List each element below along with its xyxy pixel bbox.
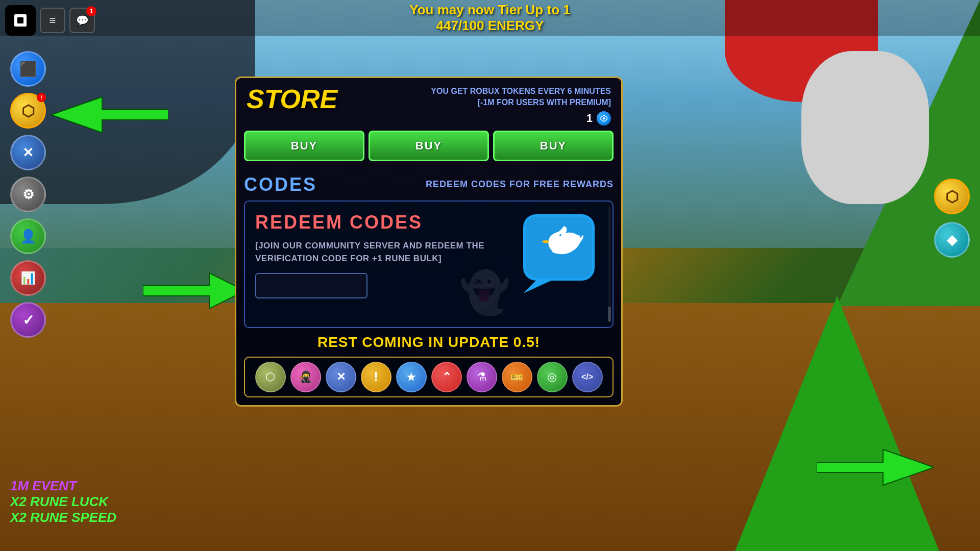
- buy-button-1[interactable]: BUY: [244, 131, 364, 161]
- sidebar-icon-x-mark[interactable]: ✕: [10, 135, 46, 170]
- bottom-icon-ticket[interactable]: 🎫: [502, 362, 532, 392]
- bottom-left-event-text: 1M EVENT X2 RUNE LUCK X2 RUNE SPEED: [10, 478, 116, 525]
- svg-marker-3: [51, 97, 168, 133]
- white-shape: [801, 51, 929, 204]
- tier-up-text: You may now Tier Up to 1: [409, 2, 570, 18]
- arrow-left: [51, 94, 168, 137]
- svg-marker-5: [817, 449, 934, 485]
- sidebar-icon-blue-cube[interactable]: ⬛: [10, 51, 46, 87]
- sidebar-icon-diamond-right[interactable]: ◆: [934, 222, 970, 258]
- bottom-icon-exclaim[interactable]: !: [361, 362, 391, 392]
- robux-count-number: 1: [586, 112, 593, 125]
- bottom-icon-hexagon[interactable]: ⬡: [255, 362, 286, 392]
- sidebar-icon-person[interactable]: 👤: [10, 218, 46, 254]
- bottom-icon-bar: ⬡ 🥷 ✕ ! ★ ⌃ ⚗ 🎫 ◎ </>: [244, 357, 614, 397]
- sidebar-icon-bar-chart[interactable]: 📊: [10, 260, 46, 296]
- top-left-controls: ≡ 💬 1: [5, 5, 95, 36]
- codes-section-header: CODES REDEEM CODES FOR FREE REWARDS: [236, 169, 621, 198]
- codes-label: CODES: [244, 174, 317, 195]
- redeem-description: [JOIN OUR COMMUNITY SERVER AND REDEEM TH…: [255, 239, 500, 265]
- rune-luck-text: X2 RUNE LUCK: [10, 494, 116, 510]
- sidebar-icon-gold-right[interactable]: ⬡: [934, 179, 970, 214]
- bar-chart-icon: 📊: [20, 271, 36, 285]
- settings-icon: ⚙: [22, 187, 34, 203]
- menu-icon: ≡: [50, 14, 56, 27]
- bottom-icon-ninja[interactable]: 🥷: [290, 362, 321, 392]
- hexagon-icon: ⬡: [265, 370, 275, 384]
- sidebar-icon-checkmark[interactable]: ✓: [10, 302, 46, 338]
- scrollbar-thumb: [608, 307, 611, 322]
- robux-count: 1: [431, 111, 611, 126]
- chat-button[interactable]: 💬 1: [69, 8, 95, 33]
- bottom-icon-star[interactable]: ★: [396, 362, 427, 392]
- bottom-icon-chevron[interactable]: ⌃: [431, 362, 462, 392]
- store-header-right: YOU GET ROBUX TOKENS EVERY 6 MINUTES [-1…: [431, 86, 611, 126]
- store-header: STORE YOU GET ROBUX TOKENS EVERY 6 MINUT…: [236, 78, 621, 131]
- twitter-bird-icon: [521, 212, 602, 293]
- left-sidebar: ⬛ ⬡ ! ✕ ⚙ 👤 📊 ✓: [10, 51, 46, 338]
- tree-right2: [735, 296, 939, 551]
- ninja-icon: 🥷: [299, 370, 312, 384]
- svg-point-8: [603, 117, 605, 119]
- menu-button[interactable]: ≡: [40, 8, 65, 33]
- svg-point-13: [559, 234, 561, 236]
- star-icon: ★: [406, 370, 417, 384]
- svg-rect-2: [17, 17, 23, 23]
- ghost-watermark: 👻: [459, 269, 510, 317]
- top-notification-bar: You may now Tier Up to 1 447/100 ENERGY: [0, 0, 980, 36]
- robux-icon: [597, 111, 611, 126]
- chat-icon: 💬: [76, 14, 89, 27]
- chat-badge: 1: [86, 6, 96, 16]
- store-title: STORE: [247, 86, 337, 112]
- code-icon: </>: [581, 372, 593, 382]
- scrollbar-track: [608, 207, 611, 322]
- store-subtitle: YOU GET ROBUX TOKENS EVERY 6 MINUTES [-1…: [431, 86, 611, 109]
- arrow-right-bottom: [817, 447, 934, 490]
- gold-right-icon: ⬡: [945, 188, 959, 206]
- gold-icon-badge: !: [37, 93, 46, 102]
- sidebar-icon-settings[interactable]: ⚙: [10, 177, 46, 212]
- store-modal: STORE YOU GET ROBUX TOKENS EVERY 6 MINUT…: [235, 77, 623, 407]
- person-icon: 👤: [20, 229, 36, 244]
- redeem-input[interactable]: [255, 273, 368, 298]
- right-sidebar: ⬡ ◆: [934, 179, 970, 258]
- svg-marker-11: [523, 281, 551, 293]
- gold-coin-icon: ⬡: [21, 102, 35, 120]
- bottom-icon-code[interactable]: </>: [572, 362, 603, 392]
- redeem-codes-box: REDEEM CODES [JOIN OUR COMMUNITY SERVER …: [244, 201, 614, 328]
- chevron-icon: ⌃: [442, 370, 451, 384]
- exclaim-icon: !: [374, 369, 378, 385]
- x-icon: ✕: [336, 370, 346, 384]
- event-title: 1M EVENT: [10, 478, 116, 494]
- bottom-icon-x[interactable]: ✕: [326, 362, 356, 392]
- checkmark-icon: ✓: [22, 312, 34, 329]
- energy-text: 447/100 ENERGY: [409, 18, 570, 34]
- flask-icon: ⚗: [477, 370, 487, 384]
- sidebar-icon-gold-coin[interactable]: ⬡ !: [10, 93, 46, 129]
- buy-button-3[interactable]: BUY: [493, 131, 614, 161]
- svg-marker-4: [143, 273, 245, 309]
- buy-buttons-row: BUY BUY BUY: [236, 131, 621, 169]
- bottom-icon-target[interactable]: ◎: [537, 362, 568, 392]
- top-notification-text: You may now Tier Up to 1 447/100 ENERGY: [409, 2, 570, 34]
- roblox-logo-button[interactable]: [5, 5, 36, 36]
- buy-button-2[interactable]: BUY: [369, 131, 489, 161]
- rune-speed-text: X2 RUNE SPEED: [10, 510, 116, 525]
- blue-cube-icon: ⬛: [19, 61, 37, 78]
- diamond-right-icon: ◆: [947, 232, 957, 248]
- x-mark-icon: ✕: [22, 145, 34, 161]
- bottom-icon-flask[interactable]: ⚗: [467, 362, 497, 392]
- rest-coming-text: REST COMING IN UPDATE 0.5!: [236, 328, 621, 357]
- target-icon: ◎: [547, 370, 557, 384]
- codes-subtitle: REDEEM CODES FOR FREE REWARDS: [426, 179, 614, 190]
- ticket-icon: 🎫: [510, 371, 523, 383]
- store-subtitle-line2: [-1M FOR USERS WITH PREMIUM]: [478, 98, 611, 107]
- store-subtitle-line1: YOU GET ROBUX TOKENS EVERY 6 MINUTES: [431, 87, 611, 95]
- arrow-right-mid: [143, 270, 245, 313]
